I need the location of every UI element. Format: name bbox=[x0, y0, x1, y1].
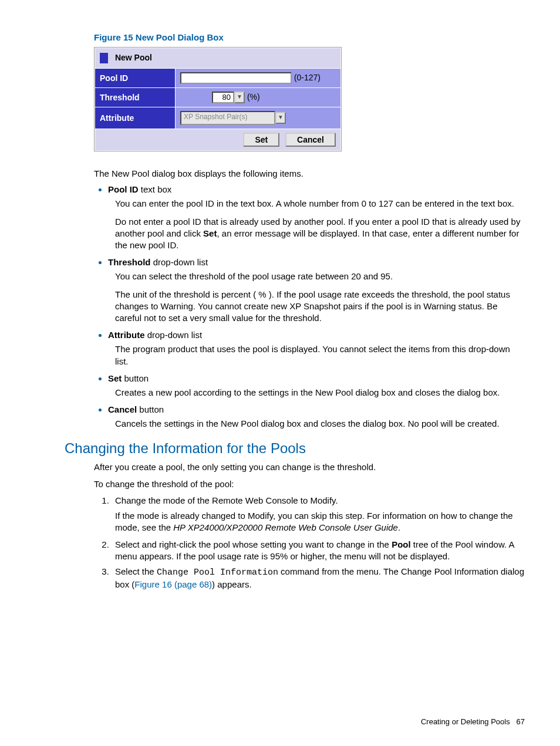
poolid-range: (0-127) bbox=[294, 73, 321, 82]
poolid-cell: (0-127) bbox=[176, 69, 341, 88]
threshold-unit: (%) bbox=[247, 92, 260, 102]
list-item: Pool ID text boxYou can enter the pool I… bbox=[108, 184, 525, 251]
attribute-dropdown: XP Snapshot Pair(s) bbox=[180, 111, 275, 125]
step-item: Change the mode of the Remote Web Consol… bbox=[112, 495, 525, 534]
dropdown-arrow-icon[interactable]: ▼ bbox=[234, 92, 245, 103]
section-intro-2: To change the threshold of the pool: bbox=[94, 478, 525, 490]
item-paragraph: Creates a new pool according to the sett… bbox=[115, 387, 525, 399]
figure-caption: Figure 15 New Pool Dialog Box bbox=[94, 32, 525, 42]
section-heading: Changing the Information for the Pools bbox=[65, 440, 525, 457]
intro-text: The New Pool dialog box displays the fol… bbox=[94, 168, 525, 180]
dialog-title: New Pool bbox=[115, 53, 152, 62]
section-intro-1: After you create a pool, the only settin… bbox=[94, 461, 525, 473]
item-paragraph: Do not enter a pool ID that is already u… bbox=[115, 216, 525, 252]
footer-page: 67 bbox=[517, 717, 525, 726]
attribute-cell: XP Snapshot Pair(s)▼ bbox=[176, 107, 341, 129]
list-item: Attribute drop-down listThe program prod… bbox=[108, 330, 525, 367]
threshold-value[interactable]: 80 bbox=[212, 92, 234, 103]
footer-label: Creating or Deleting Pools bbox=[421, 717, 510, 726]
dialog-title-bar: New Pool bbox=[95, 48, 341, 69]
step-sub: If the mode is already changed to Modify… bbox=[115, 510, 525, 534]
steps-list: Change the mode of the Remote Web Consol… bbox=[65, 495, 525, 591]
dropdown-arrow-icon: ▼ bbox=[275, 112, 286, 124]
threshold-label: Threshold bbox=[95, 88, 176, 107]
list-item: Threshold drop-down listYou can select t… bbox=[108, 257, 525, 324]
threshold-cell: 80▼ (%) bbox=[176, 88, 341, 107]
attribute-label: Attribute bbox=[95, 107, 176, 129]
step-item: Select the Change Pool Information comma… bbox=[112, 566, 525, 591]
cancel-button[interactable]: Cancel bbox=[285, 133, 336, 147]
item-paragraph: Cancels the settings in the New Pool dia… bbox=[115, 418, 525, 430]
item-paragraph: The unit of the threshold is percent ( %… bbox=[115, 289, 525, 325]
poolid-input[interactable] bbox=[180, 72, 292, 84]
step-item: Select and right-click the pool whose se… bbox=[112, 539, 525, 563]
list-item: Set buttonCreates a new pool according t… bbox=[108, 373, 525, 399]
list-item: Cancel buttonCancels the settings in the… bbox=[108, 404, 525, 430]
poolid-label: Pool ID bbox=[95, 69, 176, 88]
item-paragraph: You can select the threshold of the pool… bbox=[115, 271, 525, 282]
items-list: Pool ID text boxYou can enter the pool I… bbox=[65, 184, 525, 430]
new-pool-dialog: New Pool Pool ID (0-127) Threshold 80▼ (… bbox=[94, 47, 342, 151]
title-marker-icon bbox=[100, 53, 108, 63]
cross-ref-link[interactable]: Figure 16 (page 68) bbox=[134, 579, 212, 589]
dialog-button-row: Set Cancel bbox=[95, 129, 341, 151]
item-paragraph: You can enter the pool ID in the text bo… bbox=[115, 198, 525, 210]
page-footer: Creating or Deleting Pools 67 bbox=[421, 717, 525, 726]
set-button[interactable]: Set bbox=[243, 133, 279, 147]
item-paragraph: The program product that uses the pool i… bbox=[115, 343, 525, 367]
